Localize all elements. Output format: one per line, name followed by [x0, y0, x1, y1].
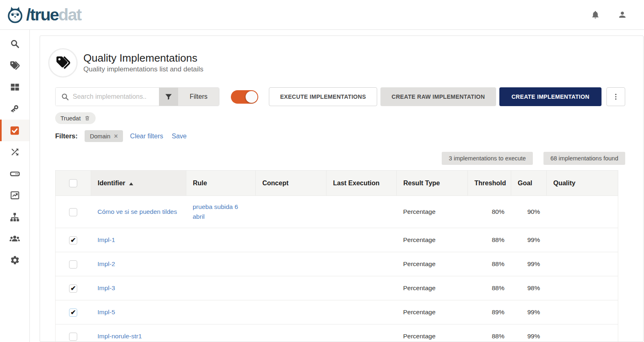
implementations-table: Identifier Rule Concept Last Execution R…: [55, 170, 618, 342]
goal-cell: 90%: [511, 196, 547, 228]
grid-dashboard-icon: [10, 82, 20, 92]
sitemap-icon: [9, 212, 20, 222]
column-header-concept[interactable]: Concept: [256, 171, 326, 196]
concept-cell: [256, 252, 326, 276]
quality-cell: [547, 300, 618, 324]
execute-implementations-button[interactable]: EXECUTE IMPLEMENTATIONS: [269, 87, 377, 106]
sidebar-item-permissions[interactable]: [0, 98, 29, 120]
row-checkbox[interactable]: [69, 208, 77, 216]
row-checkbox[interactable]: [69, 309, 77, 317]
create-raw-implementation-button[interactable]: CREATE RAW IMPLEMENTATION: [380, 87, 496, 106]
threshold-cell: 88%: [468, 276, 511, 300]
select-all-checkbox[interactable]: [69, 179, 77, 187]
domain-filter-pill[interactable]: Truedat: [55, 112, 96, 124]
page-icon-circle: [48, 48, 78, 78]
more-options-button[interactable]: [606, 87, 625, 106]
user-profile-icon[interactable]: [618, 10, 627, 19]
row-checkbox[interactable]: [69, 260, 77, 269]
column-header-result-type[interactable]: Result Type: [397, 171, 468, 196]
sidebar-item-settings[interactable]: [0, 249, 29, 271]
remove-filter-icon[interactable]: ×: [114, 133, 118, 140]
last-execution-cell: [326, 324, 397, 342]
result-type-cell: Percentage: [397, 228, 468, 252]
row-checkbox[interactable]: [69, 284, 77, 293]
check-square-icon: [9, 125, 20, 136]
key-icon: [9, 104, 20, 114]
owl-logo-icon: [6, 5, 25, 24]
filters-button[interactable]: Filters: [178, 88, 219, 106]
identifier-link[interactable]: Cómo ve si se pueden tildes: [98, 208, 177, 215]
row-checkbox[interactable]: [69, 333, 77, 341]
filters-button-label: Filters: [190, 93, 208, 100]
identifier-link[interactable]: Impl-3: [98, 284, 115, 291]
goal-cell: 99%: [511, 228, 547, 252]
concept-cell: [256, 300, 326, 324]
sidebar-item-lineage[interactable]: [0, 141, 29, 163]
table-row: Impl-3 Percentage 88% 98%: [56, 276, 618, 300]
concept-cell: [256, 276, 326, 300]
goal-cell: 99%: [511, 300, 547, 324]
sidebar-item-data-sources[interactable]: [0, 163, 29, 184]
identifier-link[interactable]: Impl-norule-str1: [98, 333, 142, 340]
result-type-cell: Percentage: [397, 276, 468, 300]
sidebar-item-users[interactable]: [0, 228, 29, 249]
search-group: Filters: [55, 87, 219, 106]
column-header-last-execution[interactable]: Last Execution: [326, 171, 397, 196]
clear-filters-link[interactable]: Clear filters: [130, 133, 163, 140]
search-icon: [61, 93, 69, 101]
domain-pill-label: Truedat: [60, 115, 80, 122]
column-header-quality[interactable]: Quality: [547, 171, 618, 196]
threshold-cell: 80%: [468, 196, 511, 228]
column-header-goal[interactable]: Goal: [511, 171, 547, 196]
tags-icon: [9, 60, 20, 71]
execute-mode-toggle[interactable]: [231, 90, 258, 104]
logo-text: /truedat: [26, 7, 81, 23]
funnel-icon: [164, 93, 173, 101]
trash-icon[interactable]: [84, 115, 90, 121]
threshold-cell: 88%: [468, 324, 511, 342]
identifier-link[interactable]: Impl-1: [98, 236, 115, 243]
column-header-identifier[interactable]: Identifier: [91, 171, 186, 196]
table-row: Impl-norule-str1 Percentage 88% 99%: [56, 324, 618, 342]
column-header-rule[interactable]: Rule: [186, 171, 256, 196]
row-checkbox[interactable]: [69, 236, 77, 244]
create-implementation-button[interactable]: CREATE IMPLEMENTATION: [499, 87, 602, 106]
kebab-menu-icon: [612, 93, 620, 101]
sidebar-item-quality[interactable]: [0, 120, 29, 141]
column-header-threshold[interactable]: Threshold: [468, 171, 511, 196]
save-filters-link[interactable]: Save: [172, 133, 186, 140]
toggle-knob: [246, 91, 257, 103]
search-input[interactable]: [56, 88, 159, 106]
identifier-link[interactable]: Impl-2: [98, 260, 115, 267]
table-row: Cómo ve si se pueden tildes prueba subid…: [56, 196, 618, 228]
last-execution-cell: [326, 276, 397, 300]
shuffle-icon: [10, 147, 20, 157]
sidebar-item-glossary[interactable]: [0, 55, 29, 76]
implementations-found-badge: 68 implementations found: [543, 152, 625, 165]
filter-chip-domain[interactable]: Domain ×: [85, 130, 123, 142]
topbar: /truedat: [0, 0, 644, 30]
notifications-bell-icon[interactable]: [591, 10, 600, 19]
implementations-to-execute-badge: 3 implementations to execute: [442, 152, 533, 165]
gear-icon: [10, 255, 20, 265]
sidebar-item-search[interactable]: [0, 33, 29, 55]
users-icon: [9, 233, 20, 244]
sidebar-item-structures[interactable]: [0, 206, 29, 228]
last-execution-cell: [326, 196, 397, 228]
rule-link[interactable]: prueba subida 6 abril: [193, 203, 238, 220]
sidebar-item-insights[interactable]: [0, 184, 29, 206]
identifier-link[interactable]: Impl-5: [98, 309, 115, 315]
result-type-cell: Percentage: [397, 252, 468, 276]
truedat-logo[interactable]: /truedat: [6, 5, 81, 24]
filter-funnel-button[interactable]: [159, 88, 178, 106]
table-row: Impl-1 Percentage 88% 99%: [56, 228, 618, 252]
sidebar-item-dashboards[interactable]: [0, 76, 29, 98]
concept-cell: [256, 228, 326, 252]
result-type-cell: Percentage: [397, 196, 468, 228]
result-type-cell: Percentage: [397, 324, 468, 342]
quality-cell: [547, 276, 618, 300]
page-title: Quality Implementations: [83, 52, 203, 64]
quality-cell: [547, 324, 618, 342]
page-subtitle: Quality implementations list and details: [83, 65, 203, 73]
filter-chip-label: Domain: [90, 133, 110, 140]
